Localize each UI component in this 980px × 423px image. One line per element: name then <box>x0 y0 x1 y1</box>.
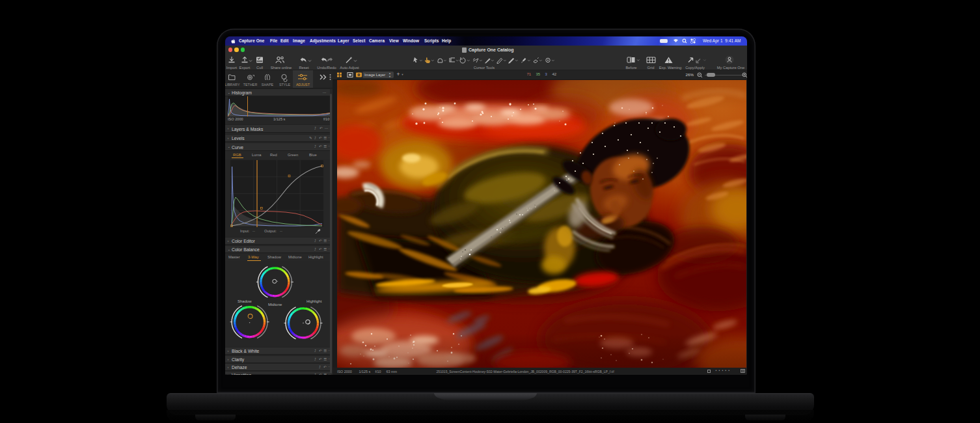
svg-text:Highlight: Highlight <box>306 299 322 303</box>
svg-text:Shadow: Shadow <box>238 299 252 303</box>
svg-text:Midtone: Midtone <box>268 303 282 307</box>
